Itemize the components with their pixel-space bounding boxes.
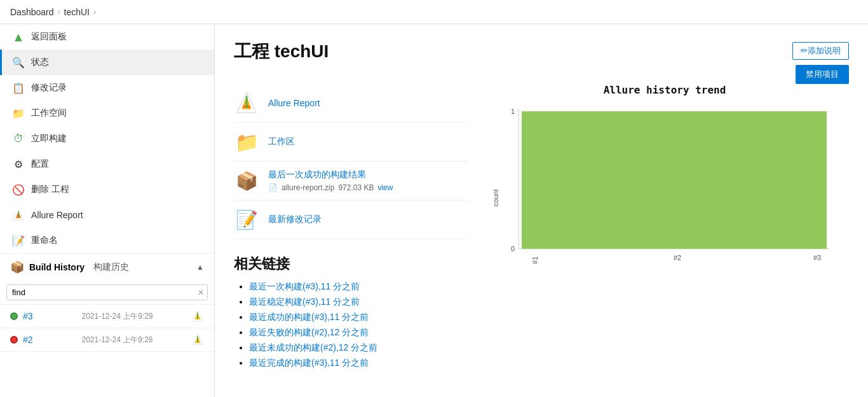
- sidebar-label-delete: 删除 工程: [31, 184, 69, 195]
- item-info-latest-change: 最新修改记录: [268, 214, 468, 225]
- search-icon: 🔍: [12, 57, 25, 69]
- sidebar-label-rename: 重命名: [31, 235, 58, 246]
- build-search-area: ✕: [0, 281, 214, 305]
- page-title: 工程 techUI: [234, 39, 329, 64]
- rename-icon: 📝: [12, 235, 25, 247]
- rename-icon-wrap: 📝: [12, 234, 25, 247]
- item-row-last-build: 📦 最后一次成功的构建结果 📄 allure-report.zip 972.03…: [234, 162, 468, 200]
- related-list-item: 最近稳定构建(#3),11 分之前: [249, 296, 468, 308]
- item-row-workspace: 📁 工作区: [234, 123, 468, 162]
- build-history-chevron: ▲: [196, 263, 204, 272]
- build-status-dot: [10, 312, 18, 320]
- item-row-latest-change: 📝 最新修改记录: [234, 200, 468, 239]
- related-link[interactable]: 最近完成的构建(#3),11 分之前: [249, 358, 369, 368]
- related-link[interactable]: 最近稳定构建(#3),11 分之前: [249, 296, 360, 307]
- item-info-workspace: 工作区: [268, 136, 468, 148]
- back-icon-wrap: ▲: [12, 31, 25, 43]
- build-row-#2[interactable]: #2 2021-12-24 上午9:28: [0, 328, 214, 352]
- gear-icon: ⚙: [14, 158, 23, 171]
- related-links-list: 最近一次构建(#3),11 分之前最近稳定构建(#3),11 分之前最近成功的构…: [234, 281, 468, 369]
- allure-icon-wrap: [12, 209, 25, 221]
- related-list-item: 最近失败的构建(#2),12 分之前: [249, 327, 468, 338]
- build-search-clear[interactable]: ✕: [198, 288, 204, 297]
- svg-text:#3: #3: [813, 254, 821, 261]
- build-search-input[interactable]: [6, 284, 208, 300]
- build-number[interactable]: #3: [23, 311, 43, 321]
- build-allure-icon: [191, 310, 204, 323]
- item-title-allure-report[interactable]: Allure Report: [268, 98, 468, 108]
- sidebar-item-config[interactable]: ⚙ 配置: [0, 151, 214, 177]
- edit-icon: 📋: [12, 82, 25, 94]
- sidebar-item-status[interactable]: 🔍 状态: [0, 50, 214, 75]
- svg-text:0: 0: [511, 245, 515, 253]
- build-number[interactable]: #2: [23, 335, 43, 345]
- clock-icon: ⏱: [13, 133, 24, 144]
- item-title-last-build[interactable]: 最后一次成功的构建结果: [268, 169, 468, 181]
- sidebar-item-workspace[interactable]: 📁 工作空间: [0, 101, 214, 126]
- chart-title: Allure history trend: [480, 84, 849, 96]
- config-icon-wrap: ⚙: [12, 158, 25, 171]
- svg-text:count: count: [492, 190, 499, 207]
- breadcrumb-techui[interactable]: techUI: [64, 7, 90, 17]
- folder-item-icon: 📁: [235, 131, 259, 153]
- item-icon-latest-change: 📝: [234, 207, 259, 232]
- view-link[interactable]: view: [377, 183, 393, 192]
- build-status-dot: [10, 336, 18, 344]
- delete-icon-wrap: 🚫: [12, 183, 25, 196]
- item-sub-last-build: 📄 allure-report.zip 972.03 KB view: [268, 183, 468, 192]
- breadcrumb-sep1: ›: [58, 8, 60, 17]
- breadcrumb-sep2: ›: [93, 8, 96, 17]
- sidebar-item-changes[interactable]: 📋 修改记录: [0, 75, 214, 101]
- sidebar-item-build-now[interactable]: ⏱ 立即构建: [0, 126, 214, 151]
- item-icon-workspace: 📁: [234, 129, 259, 155]
- item-title-workspace[interactable]: 工作区: [268, 136, 468, 148]
- sidebar-item-rename[interactable]: 📝 重命名: [0, 228, 214, 253]
- build-time: 2021-12-24 上午9:29: [48, 311, 186, 322]
- item-icon-allure-report: [234, 90, 259, 116]
- svg-text:#1: #1: [531, 256, 539, 264]
- sidebar-label-workspace: 工作空间: [31, 108, 67, 119]
- related-link[interactable]: 最近未成功的构建(#2),12 分之前: [249, 342, 377, 352]
- file-icon: 📄: [268, 183, 278, 192]
- sidebar-label-status: 状态: [31, 57, 49, 68]
- workspace-icon-wrap: 📁: [12, 107, 25, 120]
- build-now-icon-wrap: ⏱: [12, 132, 25, 145]
- svg-text:#2: #2: [674, 254, 681, 261]
- related-link[interactable]: 最近成功的构建(#3),11 分之前: [249, 312, 369, 322]
- build-history-header[interactable]: 📦 Build History 构建历史 ▲: [0, 253, 214, 281]
- build-allure-icon: [191, 333, 204, 346]
- sidebar: ▲ 返回面板 🔍 状态 📋 修改记录 📁 工作空间 ⏱ 立即构建 ⚙ 配置 🚫 …: [0, 24, 215, 397]
- related-list-item: 最近未成功的构建(#2),12 分之前: [249, 342, 468, 354]
- sidebar-item-back[interactable]: ▲ 返回面板: [0, 24, 214, 50]
- related-link[interactable]: 最近失败的构建(#2),12 分之前: [249, 327, 369, 337]
- box-item-icon: 📦: [236, 171, 258, 192]
- item-info-last-build: 最后一次成功的构建结果 📄 allure-report.zip 972.03 K…: [268, 169, 468, 192]
- item-icon-last-build: 📦: [234, 168, 259, 193]
- related-list-item: 最近成功的构建(#3),11 分之前: [249, 312, 468, 323]
- sidebar-item-delete[interactable]: 🚫 删除 工程: [0, 177, 214, 202]
- build-time: 2021-12-24 上午9:28: [48, 335, 186, 345]
- changes-icon-wrap: 📋: [12, 81, 25, 94]
- sidebar-label-build-now: 立即构建: [31, 133, 67, 144]
- sidebar-label-changes: 修改记录: [31, 82, 67, 94]
- related-list-item: 最近一次构建(#3),11 分之前: [249, 281, 468, 293]
- sidebar-label-config: 配置: [31, 158, 49, 170]
- chart-section: Allure history trend count 1: [480, 84, 849, 281]
- item-row-allure-report: Allure Report: [234, 84, 468, 123]
- status-icon-wrap: 🔍: [12, 56, 25, 69]
- build-row-#3[interactable]: #3 2021-12-24 上午9:29: [0, 305, 214, 328]
- item-title-latest-change[interactable]: 最新修改记录: [268, 214, 468, 225]
- build-history-title: Build History: [29, 262, 85, 272]
- file-name: allure-report.zip: [281, 183, 334, 192]
- svg-rect-7: [522, 111, 827, 249]
- related-link[interactable]: 最近一次构建(#3),11 分之前: [249, 281, 360, 291]
- build-history-icon: 📦: [10, 260, 24, 274]
- add-desc-button[interactable]: ✏添加说明: [792, 42, 849, 60]
- breadcrumb-dashboard[interactable]: Dashboard: [10, 7, 54, 17]
- allure-chart: count 1 0: [487, 102, 843, 281]
- allure-report-icon: [234, 91, 259, 115]
- item-info-allure-report: Allure Report: [268, 98, 468, 108]
- sidebar-item-allure[interactable]: Allure Report: [0, 202, 214, 228]
- main-content: 工程 techUI ✏添加说明 禁用项目 Allure Report 📁 工作区: [215, 24, 868, 397]
- disable-button[interactable]: 禁用项目: [796, 65, 849, 84]
